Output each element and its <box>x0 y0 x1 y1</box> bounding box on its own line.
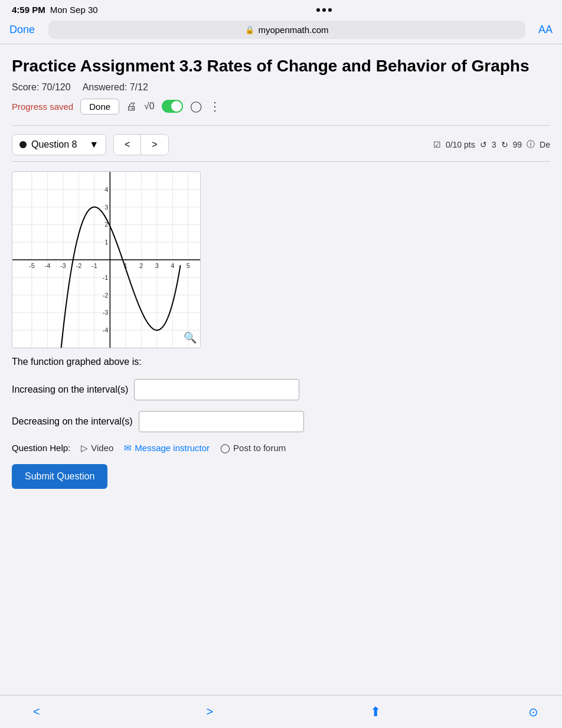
question-nav: Question 8 ▼ < > ☑ 0/10 pts ↺ 3 ↻ 99 ⓘ D… <box>12 134 550 162</box>
detail-label: De <box>540 140 550 149</box>
toolbar-row: Progress saved Done 🖨 √0 ◯ ⋮ <box>12 99 550 115</box>
submit-question-button[interactable]: Submit Question <box>12 464 107 489</box>
post-to-forum-link[interactable]: ◯ Post to forum <box>220 443 286 453</box>
status-date: Mon Sep 30 <box>50 5 98 15</box>
redo-count: 99 <box>513 140 522 149</box>
increasing-row: Increasing on the interval(s) <box>12 379 550 400</box>
score-text: Score: 70/120 <box>12 82 71 93</box>
prev-question-button[interactable]: < <box>114 135 141 155</box>
aa-button[interactable]: AA <box>535 24 553 36</box>
envelope-icon: ✉ <box>124 443 132 453</box>
help-label: Question Help: <box>12 443 70 453</box>
bookmark-button[interactable]: ⊙ <box>528 705 538 719</box>
lock-icon: 🔒 <box>245 25 254 34</box>
back-button[interactable]: < <box>24 703 50 721</box>
redo-icon: ↻ <box>501 140 508 149</box>
message-instructor-link[interactable]: ✉ Message instructor <box>124 443 210 453</box>
sqrt-label[interactable]: √0 <box>144 101 155 112</box>
status-time: 4:59 PM <box>12 5 45 15</box>
video-link[interactable]: ▷ Video <box>81 443 113 453</box>
status-dots <box>316 8 332 12</box>
checkbox-icon: ☑ <box>433 140 441 149</box>
video-icon: ▷ <box>81 443 88 453</box>
bottom-bar: < > ⬆ ⊙ <box>0 695 562 728</box>
increasing-input[interactable] <box>134 379 299 400</box>
progress-saved: Progress saved <box>12 102 73 112</box>
page-title: Practice Assignment 3.3 Rates of Change … <box>12 56 550 76</box>
graph-canvas[interactable] <box>12 172 200 348</box>
function-label: The function graphed above is: <box>12 357 550 367</box>
question-help: Question Help: ▷ Video ✉ Message instruc… <box>12 443 550 453</box>
nav-arrows: < > <box>113 134 169 155</box>
status-bar: 4:59 PM Mon Sep 30 <box>0 0 562 17</box>
comment-icon[interactable]: ◯ <box>190 100 202 113</box>
answered-text: Answered: 7/12 <box>83 82 148 93</box>
done-button[interactable]: Done <box>80 99 119 115</box>
share-button[interactable]: ⬆ <box>370 704 381 720</box>
undo-icon: ↺ <box>480 140 487 149</box>
pts-info: ☑ 0/10 pts ↺ 3 ↻ 99 ⓘ De <box>433 139 550 150</box>
url-text: myopenmath.com <box>258 25 328 35</box>
pts-label: 0/10 pts <box>446 140 475 149</box>
done-button[interactable]: Done <box>9 24 39 36</box>
decreasing-label: Decreasing on the interval(s) <box>12 416 133 427</box>
undo-count: 3 <box>492 140 496 149</box>
question-selector[interactable]: Question 8 ▼ <box>12 134 106 155</box>
forum-icon: ◯ <box>220 443 230 453</box>
toggle-switch[interactable] <box>162 100 183 113</box>
question-label: Question 8 <box>31 139 77 150</box>
score-row: Score: 70/120 Answered: 7/12 <box>12 82 550 93</box>
url-bar[interactable]: 🔒 myopenmath.com <box>48 21 525 39</box>
info-icon: ⓘ <box>527 139 535 150</box>
browser-bar: Done 🔒 myopenmath.com AA <box>0 17 562 44</box>
print-icon[interactable]: 🖨 <box>126 100 137 113</box>
divider <box>12 125 550 126</box>
decreasing-row: Decreasing on the interval(s) <box>12 411 550 432</box>
next-question-button[interactable]: > <box>141 135 168 155</box>
page-content: Practice Assignment 3.3 Rates of Change … <box>0 44 562 701</box>
question-dot <box>19 141 27 148</box>
graph-container: 🔍 <box>12 171 201 348</box>
forward-button[interactable]: > <box>197 703 223 721</box>
decreasing-input[interactable] <box>139 411 304 432</box>
increasing-label: Increasing on the interval(s) <box>12 384 128 395</box>
zoom-icon[interactable]: 🔍 <box>184 331 197 344</box>
chevron-down-icon: ▼ <box>89 139 99 150</box>
more-menu-icon[interactable]: ⋮ <box>209 99 222 113</box>
